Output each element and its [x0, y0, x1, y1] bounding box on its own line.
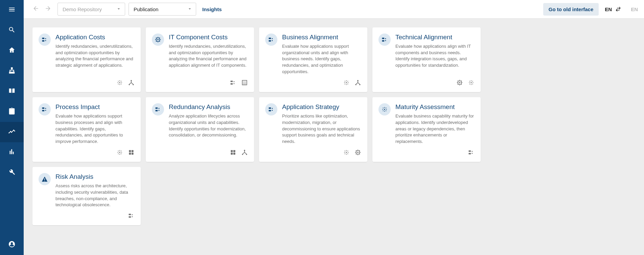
sidebar-charts[interactable]: [0, 142, 24, 163]
chip-tag-icon: [354, 149, 361, 157]
card[interactable]: Process ImpactEvaluate how applications …: [32, 97, 141, 162]
card-title: Risk Analysis: [55, 173, 135, 181]
card[interactable]: IT Component CostsIdentify redundancies,…: [146, 27, 254, 92]
svg-point-6: [11, 132, 12, 133]
publication-dropdown-label: Publication: [134, 6, 158, 12]
sparkle-tag-icon: [116, 149, 123, 157]
sparkle-tag-icon: [343, 149, 350, 157]
nav-forward-button[interactable]: [42, 3, 54, 15]
svg-point-4: [8, 132, 9, 133]
app-icon: [265, 103, 277, 115]
card[interactable]: Technical AlignmentEvaluate how applicat…: [372, 27, 481, 92]
card-description: Analyze application lifecycles across or…: [169, 113, 248, 139]
account-icon: [8, 240, 16, 249]
card[interactable]: Business AlignmentEvaluate how applicati…: [259, 27, 367, 92]
card-description: Identify redundancies, underutilizations…: [55, 43, 135, 69]
app-icon: [39, 34, 51, 46]
home-icon: [8, 46, 16, 55]
arrow-left-icon: [32, 5, 39, 13]
svg-point-5: [10, 131, 11, 132]
tree-tag-icon: [241, 149, 248, 157]
card-title: Redundancy Analysis: [169, 103, 248, 111]
card-title: Process Impact: [55, 103, 135, 111]
bar-chart-icon: [8, 148, 16, 157]
chip-icon: [152, 34, 164, 46]
old-interface-button[interactable]: Go to old interface: [543, 3, 599, 16]
sidebar-settings[interactable]: [0, 163, 24, 183]
app-icon: [378, 34, 391, 46]
card-description: Evaluate how applications support organi…: [282, 43, 361, 75]
chevron-down-icon: [116, 6, 121, 13]
search-icon: [8, 26, 16, 35]
app-icon: [152, 103, 164, 115]
card-description: Identify redundancies, underutilizations…: [169, 43, 248, 69]
card-description: Evaluate business capability maturity fo…: [395, 113, 475, 145]
sidebar-account[interactable]: [0, 235, 24, 255]
sparkle-tag-icon: [116, 79, 123, 87]
card-footer: [378, 145, 475, 157]
card-title: IT Component Costs: [169, 34, 248, 41]
svg-point-8: [14, 131, 15, 132]
app-tag-icon: [230, 79, 236, 87]
card[interactable]: Risk AnalysisAssess risks across the arc…: [32, 167, 141, 225]
svg-rect-0: [11, 68, 13, 69]
card-description: Evaluate how applications support busine…: [55, 113, 135, 145]
publication-dropdown[interactable]: Publication: [129, 3, 196, 16]
building-tag-icon: [241, 79, 248, 87]
card-footer: [39, 145, 135, 157]
card-footer: [152, 145, 248, 157]
swap-icon: [615, 6, 621, 12]
lang-active[interactable]: EN: [605, 6, 612, 12]
hierarchy-icon: [8, 67, 16, 76]
repository-dropdown-label: Demo Repository: [63, 6, 102, 12]
grid-tag-icon: [128, 149, 135, 157]
card[interactable]: Application CostsIdentify redundancies, …: [32, 27, 141, 92]
card-footer: [39, 75, 135, 87]
app-icon: [265, 34, 277, 46]
card[interactable]: Maturity AssessmentEvaluate business cap…: [372, 97, 481, 162]
card-footer: [378, 75, 475, 87]
tree-tag-icon: [128, 79, 135, 87]
wrench-icon: [8, 168, 16, 177]
card-description: Evaluate how applications align with IT …: [395, 43, 475, 69]
card-footer: [152, 75, 248, 87]
sparkle-tag-icon: [343, 79, 350, 87]
card-title: Business Alignment: [282, 34, 361, 41]
card-description: Assess risks across the architecture, in…: [55, 183, 135, 208]
sidebar-docs[interactable]: [0, 81, 24, 102]
warning-icon: [39, 173, 51, 185]
repository-dropdown[interactable]: Demo Repository: [58, 3, 125, 16]
svg-point-7: [13, 130, 14, 131]
insights-link[interactable]: Insights: [202, 6, 222, 12]
sidebar-search[interactable]: [0, 20, 24, 41]
lang-switch-button[interactable]: [615, 6, 621, 13]
sidebar-hierarchy[interactable]: [0, 61, 24, 81]
card[interactable]: Application StrategyPrioritize actions l…: [259, 97, 367, 162]
svg-rect-3: [13, 72, 15, 73]
sparkle-tag-icon: [468, 79, 475, 87]
content-area: Application CostsIdentify redundancies, …: [24, 19, 644, 255]
app-tag-icon: [128, 212, 135, 220]
sidebar-menu-toggle[interactable]: [0, 0, 24, 20]
card-footer: [39, 208, 135, 220]
sparkle-icon: [378, 103, 391, 115]
app-tag-icon: [468, 149, 475, 157]
svg-rect-2: [11, 72, 13, 73]
sidebar-analytics[interactable]: [0, 122, 24, 142]
card-title: Technical Alignment: [395, 34, 475, 41]
book-icon: [8, 87, 16, 96]
card-title: Application Strategy: [282, 103, 361, 111]
sidebar-clipboard[interactable]: [0, 102, 24, 122]
card-description: Prioritize actions like optimization, mo…: [282, 113, 361, 145]
card[interactable]: Redundancy AnalysisAnalyze application l…: [146, 97, 254, 162]
trend-icon: [8, 128, 16, 136]
card-footer: [265, 75, 361, 87]
chip-tag-icon: [456, 79, 463, 87]
svg-rect-1: [9, 72, 11, 73]
card-title: Maturity Assessment: [395, 103, 475, 111]
card-title: Application Costs: [55, 34, 135, 41]
nav-back-button[interactable]: [30, 3, 42, 15]
lang-inactive[interactable]: EN: [631, 6, 638, 12]
sidebar-home[interactable]: [0, 41, 24, 61]
grid-tag-icon: [230, 149, 236, 157]
